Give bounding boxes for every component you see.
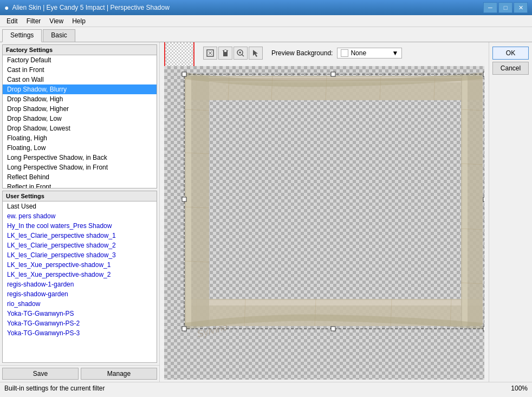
cancel-button[interactable]: Cancel (492, 62, 529, 75)
factory-settings-header: Factory Settings (3, 45, 157, 55)
left-panel: Factory Settings Factory Default Cast in… (0, 42, 160, 382)
list-item[interactable]: Factory Default (3, 55, 157, 65)
preview-bg-label: Preview Background: (271, 49, 333, 57)
main-content: Factory Settings Factory Default Cast in… (0, 42, 532, 382)
maximize-button[interactable]: □ (498, 2, 512, 13)
tabs-bar: Settings Basic (0, 27, 532, 42)
svg-rect-36 (462, 76, 468, 326)
list-item[interactable]: Cast in Front (3, 65, 157, 75)
svg-rect-48 (182, 197, 186, 201)
right-section: Preview Background: None ▼ (160, 42, 532, 382)
preview-canvas (164, 66, 484, 380)
svg-rect-46 (331, 72, 335, 76)
pan-icon[interactable] (218, 47, 232, 60)
list-item[interactable]: Long Perspective Shadow, in Front (3, 162, 157, 172)
list-item[interactable]: Reflect in Front (3, 182, 157, 188)
user-settings-list[interactable]: Last Used ew. pers shadow Hy_In the cool… (3, 201, 157, 362)
app-icon: ● (4, 3, 9, 12)
zoom-fit-icon[interactable] (203, 47, 217, 60)
list-item[interactable]: Drop Shadow, High (3, 94, 157, 104)
svg-rect-0 (166, 42, 192, 66)
svg-line-6 (242, 55, 244, 57)
list-item[interactable]: Yoka-TG-Gwanwyn-PS-3 (3, 328, 157, 338)
svg-rect-42 (182, 72, 186, 76)
arrow-svg (251, 49, 260, 57)
list-item[interactable]: LK_les_Clarie_perspective shadow_1 (3, 231, 157, 240)
preview-area: Sylvine (164, 66, 484, 380)
list-item[interactable]: Hy_In the cool waters_Pres Shadow (3, 221, 157, 231)
list-item[interactable]: LK_les_Clarie_perspective shadow_3 (3, 250, 157, 260)
svg-rect-45 (483, 327, 484, 331)
zoom-fit-svg (206, 49, 215, 57)
arrow-icon[interactable] (249, 47, 263, 60)
menu-bar: Edit Filter View Help (0, 15, 532, 27)
list-item[interactable]: Drop Shadow, Low (3, 114, 157, 123)
zoom-level: 100% (511, 385, 528, 392)
section-buttons: Save Manage (0, 365, 159, 382)
preview-bg-color-swatch (341, 49, 348, 57)
factory-settings-list[interactable]: Factory Default Cast in Front Cast on Wa… (3, 55, 157, 188)
save-button[interactable]: Save (2, 368, 79, 380)
tab-basic[interactable]: Basic (43, 29, 75, 42)
close-button[interactable]: ✕ (514, 2, 528, 13)
toolbar-icons (203, 47, 263, 60)
list-item[interactable]: Yoka-TG-Gwanwyn-PS (3, 309, 157, 318)
menu-filter[interactable]: Filter (22, 16, 46, 26)
menu-view[interactable]: View (45, 16, 68, 26)
zoom-svg (236, 49, 245, 57)
list-item[interactable]: LK_les_Xue_perspective-shadow_2 (3, 270, 157, 279)
title-bar: ● Alien Skin | Eye Candy 5 Impact | Pers… (0, 0, 532, 15)
list-item[interactable]: regis-shadow-garden (3, 289, 157, 299)
preview-bg-value: None (351, 49, 366, 57)
list-item[interactable]: ew. pers shadow (3, 211, 157, 221)
svg-rect-49 (483, 197, 484, 201)
list-item[interactable]: LK_les_Clarie_perspective shadow_2 (3, 240, 157, 250)
status-bar: Built-in settings for the current filter… (0, 382, 532, 394)
minimize-button[interactable]: ─ (483, 2, 497, 13)
window-title: Alien Skin | Eye Candy 5 Impact | Perspe… (12, 4, 169, 11)
svg-rect-44 (182, 327, 186, 331)
menu-edit[interactable]: Edit (2, 16, 22, 26)
list-item[interactable]: rio_shadow (3, 299, 157, 309)
user-settings-section: User Settings Last Used ew. pers shadow … (2, 191, 157, 363)
tab-settings[interactable]: Settings (2, 29, 42, 42)
right-panel: Preview Background: None ▼ (160, 42, 489, 382)
right-top-bar: Preview Background: None ▼ (160, 42, 489, 64)
svg-rect-12 (164, 66, 484, 380)
user-settings-header: User Settings (3, 191, 157, 201)
pan-svg (221, 49, 230, 57)
list-item[interactable]: Drop Shadow, Higher (3, 104, 157, 114)
list-item[interactable]: regis-shadow-1-garden (3, 279, 157, 289)
zoom-icon[interactable] (233, 47, 248, 60)
list-item[interactable]: Floating, Low (3, 143, 157, 153)
list-item[interactable]: Yoka-TG-Gwanwyn-PS-2 (3, 318, 157, 328)
list-item[interactable]: Long Perspective Shadow, in Back (3, 153, 157, 162)
list-item-selected[interactable]: Drop Shadow, Blurry (3, 84, 157, 94)
list-item[interactable]: Reflect Behind (3, 172, 157, 182)
svg-rect-23 (185, 300, 483, 305)
ok-button[interactable]: OK (492, 47, 529, 60)
list-item[interactable]: Drop Shadow, Lowest (3, 123, 157, 133)
menu-help[interactable]: Help (68, 16, 90, 26)
thumbnail-preview-image (165, 42, 193, 67)
status-text: Built-in settings for the current filter (4, 385, 105, 392)
dropdown-arrow-icon: ▼ (392, 49, 399, 57)
manage-button[interactable]: Manage (81, 368, 157, 380)
factory-settings-section: Factory Settings Factory Default Cast in… (2, 44, 157, 188)
preview-thumbnail (164, 42, 194, 68)
svg-rect-47 (331, 327, 335, 331)
ok-cancel-panel: OK Cancel (489, 42, 532, 382)
list-item[interactable]: Floating, High (3, 133, 157, 143)
list-item[interactable]: Last Used (3, 201, 157, 211)
svg-rect-4 (223, 52, 228, 56)
svg-rect-43 (483, 72, 484, 76)
preview-bg-select[interactable]: None ▼ (337, 48, 402, 58)
list-item[interactable]: LK_les_Xue_perspective-shadow_1 (3, 260, 157, 270)
list-item[interactable]: Cast on Wall (3, 75, 157, 84)
